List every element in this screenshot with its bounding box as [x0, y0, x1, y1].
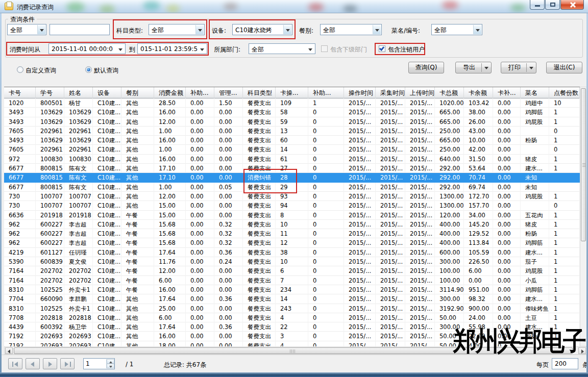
print-button[interactable]: 打印 [501, 62, 536, 73]
last-page-button[interactable] [60, 358, 75, 369]
close-button[interactable] [560, 0, 584, 10]
table-row[interactable]: 7164202702202702C10建...午餐6.000.000.00餐费支… [4, 276, 580, 285]
column-header[interactable]: 消费金额 [154, 87, 186, 98]
table-row[interactable]: 6677800815陈有文C10建...其他17.100.000.00餐费支出2… [4, 164, 580, 173]
chevron-down-icon[interactable] [529, 67, 533, 69]
table-row[interactable]: 730100707100707C10建...其他15.000.000.00餐费支… [4, 201, 580, 210]
table-row-selected[interactable]: 6677800815陈有文C10建...其他17.100.000.00消费纠错2… [4, 173, 580, 182]
column-header[interactable]: 姓名 [64, 87, 93, 98]
table-row[interactable]: 7605202961202961C10建...其他1.000.000.00餐费支… [4, 145, 580, 154]
subject-type-combo[interactable]: 全部 [149, 24, 205, 35]
card-type-combo[interactable]: 全部 [7, 24, 46, 35]
table-cell: 外卖卡1 [64, 285, 93, 294]
table-row[interactable]: 6677800815陈有文C10建...其他1.000.000.05餐费支出29… [4, 183, 580, 192]
table-row[interactable]: 7605202961202961C10建...其他1.000.000.00餐费支… [4, 127, 580, 136]
chevron-down-icon[interactable] [484, 67, 488, 69]
column-header[interactable]: 上传时间 [405, 87, 435, 98]
device-dropdown-button[interactable] [283, 25, 291, 34]
time-from-combo[interactable]: 2015-11-01 00:00:0 [48, 43, 126, 54]
meal-dropdown-button[interactable] [373, 25, 381, 34]
export-button[interactable]: 导出 [455, 62, 492, 73]
table-row[interactable]: 3493103629103629C10建...其他16.000.000.00餐费… [4, 136, 580, 145]
dish-name-dropdown-button[interactable] [473, 25, 481, 34]
column-header[interactable]: 科目类型 [243, 87, 276, 98]
include-sub-dept-checkbox[interactable] [321, 45, 328, 52]
table-row[interactable]: 730100707100707C10建...其他12.000.000.00餐费支… [4, 192, 580, 201]
first-page-icon [12, 362, 13, 367]
custom-query-radio[interactable] [17, 66, 23, 73]
table-cell: 43.00 [464, 127, 493, 136]
column-header[interactable]: 补助... [308, 87, 344, 98]
column-header[interactable]: 补助... [186, 87, 214, 98]
device-combo[interactable]: C10建水烧烤 [232, 24, 292, 35]
prev-page-button[interactable] [26, 358, 40, 369]
table-cell: 13 [276, 127, 308, 136]
column-header[interactable]: 卡号 [4, 87, 36, 98]
column-header[interactable]: 点餐份数 [549, 87, 580, 98]
table-row[interactable]: 6636201918201918C10建...午餐15.000.000.00餐费… [4, 211, 580, 220]
column-header[interactable]: 管理... [214, 87, 243, 98]
table-row[interactable]: 7164202702202702C10建...午餐12.000.000.00餐费… [4, 266, 580, 275]
table-row[interactable]: 962600227李吉超C10建...午餐15.680.000.32餐费支出10… [4, 220, 580, 229]
department-dropdown-button[interactable] [306, 44, 314, 53]
vertical-scrollbar-thumb[interactable] [581, 88, 586, 241]
time-to-combo[interactable]: 015-11-01 23:59:59 [137, 43, 207, 54]
per-page-input[interactable]: 200 [552, 358, 578, 369]
query-button[interactable]: 查询(Q) [408, 62, 444, 73]
default-query-radio[interactable] [85, 66, 92, 73]
table-row[interactable]: 972100830100830C10建...其他16.000.000.00餐费支… [4, 155, 580, 164]
column-header[interactable]: 操作时间 [344, 87, 376, 98]
table-row[interactable]: 8310102525外卖卡1C10建...其他25.000.000.00餐费支出… [4, 304, 580, 313]
table-row[interactable]: 962600227李吉超C10建...午餐15.680.000.32餐费支出11… [4, 229, 580, 238]
first-page-button[interactable] [8, 358, 22, 369]
column-header[interactable]: 采集时间 [376, 87, 405, 98]
table-row[interactable]: 8310102525外卖卡1C10建...午餐16.000.000.00餐费支出… [4, 285, 580, 294]
column-header[interactable]: 设备 [93, 87, 121, 98]
dish-name-combo[interactable]: 全部 [431, 24, 482, 35]
meal-combo[interactable]: 全部 [320, 24, 382, 35]
table-cell: 2015/... [405, 173, 435, 182]
table-row[interactable]: 7708202818202818C10建...其他6.000.000.00餐费支… [4, 313, 580, 322]
table-cell: C10建... [93, 294, 121, 304]
column-header[interactable]: 菜名 [521, 87, 549, 98]
table-cell: 1.00 [154, 145, 186, 154]
time-to-dropdown-button[interactable] [198, 44, 206, 53]
chevron-down-icon [286, 29, 290, 32]
spinner-up-button[interactable] [107, 359, 114, 364]
column-header[interactable]: 卡总额 [435, 87, 464, 98]
subject-type-dropdown-button[interactable] [195, 25, 204, 34]
column-header[interactable]: 卡操... [276, 87, 308, 98]
minimize-button[interactable] [530, 0, 545, 10]
table-row[interactable]: 5390600839夏文俊C10建...午餐11.760.000.24餐费支出1… [4, 257, 580, 266]
table-cell: 2015/... [405, 136, 435, 145]
maximize-button[interactable] [545, 0, 560, 10]
include-cancelled-checkbox[interactable] [379, 45, 385, 52]
table-row[interactable]: 4219601127任玥瑾C10建...午餐17.640.000.36餐费支出3… [4, 248, 580, 257]
column-header[interactable]: 学号 [36, 87, 64, 98]
table-row[interactable]: 3493103629103629C10建...其他16.000.000.00餐费… [4, 108, 580, 117]
card-type-dropdown-button[interactable] [37, 25, 45, 34]
table-cell: 34.00 [464, 211, 493, 220]
spinner-down-button[interactable] [107, 364, 114, 368]
table-cell: 其他 [121, 117, 154, 127]
table-cell: 午餐 [121, 229, 154, 238]
table-cell: 餐费支出 [243, 276, 276, 285]
department-combo[interactable]: 全部 [249, 43, 315, 54]
table-row[interactable]: 1020800501杨甘C10建...其他28.500.001.50餐费支出10… [4, 98, 580, 108]
vertical-scrollbar[interactable] [580, 87, 587, 346]
table-row[interactable]: 7704660090李群鹏C10建...其他17.640.000.36餐费支出1… [4, 294, 580, 304]
page-number-spinner[interactable]: 1 [83, 358, 115, 369]
card-no-input[interactable] [50, 24, 110, 35]
exit-button[interactable]: 退出(C) [546, 62, 582, 73]
column-header[interactable]: 卡余额 [464, 87, 493, 98]
time-from-dropdown-button[interactable] [116, 44, 125, 53]
table-row[interactable]: 962600227李吉超C10建...午餐15.680.000.32餐费支出12… [4, 238, 580, 247]
scroll-left-button[interactable] [5, 347, 13, 354]
column-header[interactable]: 卡补... [493, 87, 521, 98]
table-cell: 3 [276, 332, 308, 341]
table-cell: 2015/... [405, 238, 435, 247]
column-header[interactable]: 餐别 [121, 87, 154, 98]
next-page-button[interactable] [43, 358, 57, 369]
table-row[interactable]: 3493103629103629C10建...其他12.000.000.00餐费… [4, 117, 580, 127]
table-cell: 0.00 [214, 285, 243, 294]
